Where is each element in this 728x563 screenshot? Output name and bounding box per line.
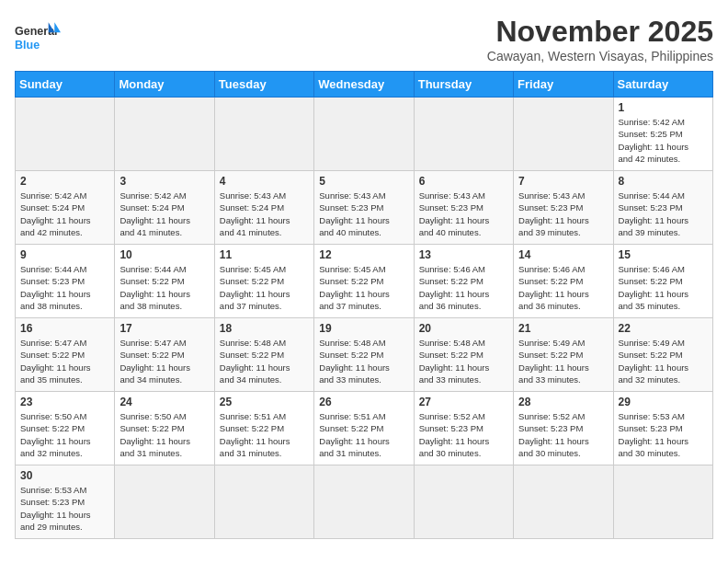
svg-text:Blue: Blue <box>15 40 40 52</box>
calendar-cell: 15Sunrise: 5:46 AM Sunset: 5:22 PM Dayli… <box>613 245 712 318</box>
day-info: Sunrise: 5:47 AM Sunset: 5:22 PM Dayligh… <box>20 337 109 385</box>
day-info: Sunrise: 5:52 AM Sunset: 5:23 PM Dayligh… <box>419 410 508 459</box>
day-number: 28 <box>518 396 608 408</box>
header-friday: Friday <box>514 72 613 98</box>
calendar-cell <box>613 465 712 539</box>
header-monday: Monday <box>115 72 214 98</box>
day-info: Sunrise: 5:44 AM Sunset: 5:23 PM Dayligh… <box>619 190 708 238</box>
title-block: November 2025 Cawayan, Western Visayas, … <box>487 15 713 63</box>
day-info: Sunrise: 5:53 AM Sunset: 5:23 PM Dayligh… <box>619 410 708 459</box>
calendar-cell: 22Sunrise: 5:49 AM Sunset: 5:22 PM Dayli… <box>613 318 712 392</box>
calendar-table: SundayMondayTuesdayWednesdayThursdayFrid… <box>15 71 713 539</box>
day-number: 29 <box>619 396 708 408</box>
month-title: November 2025 <box>487 15 713 49</box>
calendar-cell: 25Sunrise: 5:51 AM Sunset: 5:22 PM Dayli… <box>214 392 313 465</box>
day-number: 5 <box>319 175 408 188</box>
logo-svg: General Blue <box>15 15 61 61</box>
day-info: Sunrise: 5:46 AM Sunset: 5:22 PM Dayligh… <box>518 263 608 312</box>
week-row-2: 2Sunrise: 5:42 AM Sunset: 5:24 PM Daylig… <box>16 171 713 245</box>
day-info: Sunrise: 5:48 AM Sunset: 5:22 PM Dayligh… <box>319 337 408 385</box>
day-info: Sunrise: 5:46 AM Sunset: 5:22 PM Dayligh… <box>619 263 708 312</box>
calendar-cell: 8Sunrise: 5:44 AM Sunset: 5:23 PM Daylig… <box>613 171 712 245</box>
day-info: Sunrise: 5:49 AM Sunset: 5:22 PM Dayligh… <box>619 337 708 385</box>
day-info: Sunrise: 5:43 AM Sunset: 5:23 PM Dayligh… <box>319 190 408 238</box>
calendar-cell: 27Sunrise: 5:52 AM Sunset: 5:23 PM Dayli… <box>414 392 513 465</box>
header-saturday: Saturday <box>613 72 712 98</box>
calendar-cell: 4Sunrise: 5:43 AM Sunset: 5:24 PM Daylig… <box>214 171 313 245</box>
day-number: 13 <box>419 248 508 261</box>
header-thursday: Thursday <box>414 72 513 98</box>
day-info: Sunrise: 5:50 AM Sunset: 5:22 PM Dayligh… <box>119 410 209 459</box>
calendar-cell <box>414 98 513 171</box>
day-number: 21 <box>518 322 608 335</box>
calendar-cell: 2Sunrise: 5:42 AM Sunset: 5:24 PM Daylig… <box>16 171 115 245</box>
page-header: General Blue November 2025 Cawayan, West… <box>15 15 713 63</box>
day-info: Sunrise: 5:45 AM Sunset: 5:22 PM Dayligh… <box>220 263 309 312</box>
day-number: 26 <box>319 396 408 408</box>
day-info: Sunrise: 5:48 AM Sunset: 5:22 PM Dayligh… <box>220 337 309 385</box>
day-number: 9 <box>20 248 109 261</box>
logo: General Blue <box>15 15 61 61</box>
day-number: 19 <box>319 322 408 335</box>
header-tuesday: Tuesday <box>214 72 313 98</box>
calendar-cell: 20Sunrise: 5:48 AM Sunset: 5:22 PM Dayli… <box>414 318 513 392</box>
week-row-6: 30Sunrise: 5:53 AM Sunset: 5:23 PM Dayli… <box>16 465 713 539</box>
day-number: 30 <box>20 469 109 482</box>
calendar-cell: 11Sunrise: 5:45 AM Sunset: 5:22 PM Dayli… <box>214 245 313 318</box>
day-info: Sunrise: 5:46 AM Sunset: 5:22 PM Dayligh… <box>419 263 508 312</box>
calendar-cell: 24Sunrise: 5:50 AM Sunset: 5:22 PM Dayli… <box>115 392 214 465</box>
day-info: Sunrise: 5:51 AM Sunset: 5:22 PM Dayligh… <box>220 410 309 459</box>
calendar-cell: 26Sunrise: 5:51 AM Sunset: 5:22 PM Dayli… <box>314 392 414 465</box>
calendar-header-row: SundayMondayTuesdayWednesdayThursdayFrid… <box>16 72 713 98</box>
day-number: 17 <box>119 322 209 335</box>
week-row-1: 1Sunrise: 5:42 AM Sunset: 5:25 PM Daylig… <box>16 98 713 171</box>
day-info: Sunrise: 5:48 AM Sunset: 5:22 PM Dayligh… <box>419 337 508 385</box>
day-number: 20 <box>419 322 508 335</box>
day-number: 24 <box>119 396 209 408</box>
day-number: 16 <box>20 322 109 335</box>
day-number: 22 <box>619 322 708 335</box>
day-info: Sunrise: 5:45 AM Sunset: 5:22 PM Dayligh… <box>319 263 408 312</box>
day-number: 12 <box>319 248 408 261</box>
calendar-cell <box>115 98 214 171</box>
header-sunday: Sunday <box>16 72 115 98</box>
header-wednesday: Wednesday <box>314 72 414 98</box>
calendar-cell <box>414 465 513 539</box>
calendar-cell: 1Sunrise: 5:42 AM Sunset: 5:25 PM Daylig… <box>613 98 712 171</box>
calendar-cell <box>314 98 414 171</box>
day-number: 8 <box>619 175 708 188</box>
day-number: 2 <box>20 175 109 188</box>
day-info: Sunrise: 5:42 AM Sunset: 5:25 PM Dayligh… <box>619 116 708 165</box>
day-number: 11 <box>220 248 309 261</box>
day-info: Sunrise: 5:42 AM Sunset: 5:24 PM Dayligh… <box>119 190 209 238</box>
calendar-cell: 28Sunrise: 5:52 AM Sunset: 5:23 PM Dayli… <box>514 392 613 465</box>
day-number: 7 <box>518 175 608 188</box>
calendar-cell: 16Sunrise: 5:47 AM Sunset: 5:22 PM Dayli… <box>16 318 115 392</box>
calendar-cell <box>16 98 115 171</box>
calendar-cell: 3Sunrise: 5:42 AM Sunset: 5:24 PM Daylig… <box>115 171 214 245</box>
svg-marker-2 <box>54 22 61 32</box>
day-info: Sunrise: 5:51 AM Sunset: 5:22 PM Dayligh… <box>319 410 408 459</box>
calendar-cell: 30Sunrise: 5:53 AM Sunset: 5:23 PM Dayli… <box>16 465 115 539</box>
calendar-cell <box>514 98 613 171</box>
calendar-cell: 6Sunrise: 5:43 AM Sunset: 5:23 PM Daylig… <box>414 171 513 245</box>
calendar-cell: 18Sunrise: 5:48 AM Sunset: 5:22 PM Dayli… <box>214 318 313 392</box>
calendar-cell: 21Sunrise: 5:49 AM Sunset: 5:22 PM Dayli… <box>514 318 613 392</box>
day-number: 14 <box>518 248 608 261</box>
calendar-cell <box>314 465 414 539</box>
day-info: Sunrise: 5:44 AM Sunset: 5:23 PM Dayligh… <box>20 263 109 312</box>
calendar-cell: 10Sunrise: 5:44 AM Sunset: 5:22 PM Dayli… <box>115 245 214 318</box>
day-info: Sunrise: 5:42 AM Sunset: 5:24 PM Dayligh… <box>20 190 109 238</box>
day-info: Sunrise: 5:44 AM Sunset: 5:22 PM Dayligh… <box>119 263 209 312</box>
day-number: 25 <box>220 396 309 408</box>
calendar-cell <box>214 465 313 539</box>
calendar-cell: 17Sunrise: 5:47 AM Sunset: 5:22 PM Dayli… <box>115 318 214 392</box>
day-info: Sunrise: 5:49 AM Sunset: 5:22 PM Dayligh… <box>518 337 608 385</box>
day-number: 1 <box>619 101 708 114</box>
day-info: Sunrise: 5:50 AM Sunset: 5:22 PM Dayligh… <box>20 410 109 459</box>
day-info: Sunrise: 5:47 AM Sunset: 5:22 PM Dayligh… <box>119 337 209 385</box>
week-row-4: 16Sunrise: 5:47 AM Sunset: 5:22 PM Dayli… <box>16 318 713 392</box>
calendar-cell: 9Sunrise: 5:44 AM Sunset: 5:23 PM Daylig… <box>16 245 115 318</box>
calendar-cell: 13Sunrise: 5:46 AM Sunset: 5:22 PM Dayli… <box>414 245 513 318</box>
calendar-cell: 12Sunrise: 5:45 AM Sunset: 5:22 PM Dayli… <box>314 245 414 318</box>
